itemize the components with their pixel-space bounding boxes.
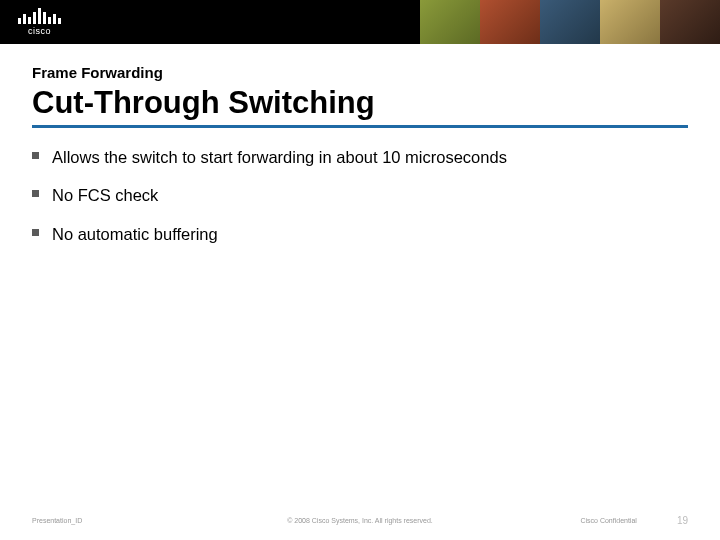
header-people-image [420,0,720,44]
presentation-id: Presentation_ID [32,517,82,524]
slide-content: Frame Forwarding Cut-Through Switching A… [0,44,720,245]
bullet-list: Allows the switch to start forwarding in… [32,146,688,245]
slide-title: Cut-Through Switching [32,85,688,128]
cisco-logo-icon [18,8,61,24]
footer: Presentation_ID © 2008 Cisco Systems, In… [0,515,720,526]
cisco-logo: cisco [18,8,61,36]
list-item: No FCS check [32,184,688,206]
confidential-label: Cisco Confidential [580,517,636,524]
page-number: 19 [677,515,688,526]
cisco-logo-text: cisco [28,26,51,36]
list-item: Allows the switch to start forwarding in… [32,146,688,168]
list-item: No automatic buffering [32,223,688,245]
copyright-text: © 2008 Cisco Systems, Inc. All rights re… [287,517,433,524]
slide-kicker: Frame Forwarding [32,64,688,81]
header-bar: cisco [0,0,720,44]
